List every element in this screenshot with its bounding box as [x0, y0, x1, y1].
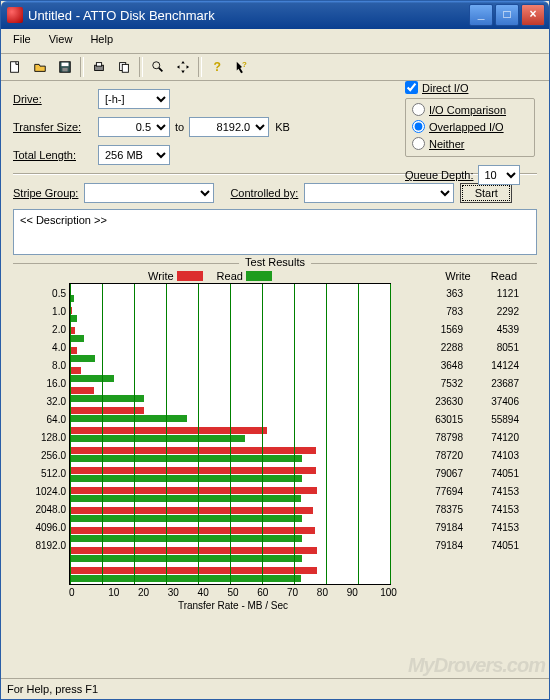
copy-icon[interactable] — [112, 55, 136, 79]
menu-file[interactable]: File — [5, 31, 39, 51]
context-help-icon[interactable]: ? — [230, 55, 254, 79]
app-window: Untitled - ATTO Disk Benchmark _ □ × Fil… — [0, 0, 550, 700]
svg-rect-2 — [62, 63, 69, 67]
print-icon[interactable] — [87, 55, 111, 79]
table-row: 22888051 — [397, 338, 527, 356]
queue-depth-select[interactable]: 10 — [478, 165, 520, 185]
title-bar[interactable]: Untitled - ATTO Disk Benchmark _ □ × — [1, 1, 549, 29]
svg-text:?: ? — [242, 60, 247, 69]
stripe-group-label: Stripe Group: — [13, 187, 78, 199]
x-axis-ticks: 0102030405060708090100 — [69, 585, 397, 598]
menu-view[interactable]: View — [41, 31, 81, 51]
table-row: 7837574153 — [397, 500, 527, 518]
table-row: 753223687 — [397, 374, 527, 392]
svg-rect-3 — [62, 68, 67, 72]
svg-point-8 — [153, 62, 160, 69]
results-chart — [69, 283, 391, 585]
menu-bar: File View Help — [1, 29, 549, 54]
ts-unit: KB — [275, 121, 290, 133]
menu-help[interactable]: Help — [82, 31, 121, 51]
toolbar: ? ? — [1, 54, 549, 81]
move-icon[interactable] — [171, 55, 195, 79]
neither-radio[interactable]: Neither — [412, 137, 528, 150]
new-file-icon[interactable] — [3, 55, 27, 79]
transfer-size-label: Transfer Size: — [13, 121, 98, 133]
table-row: 7872074103 — [397, 446, 527, 464]
queue-depth-label: Queue Depth: — [405, 169, 474, 181]
controlled-by-label: Controlled by: — [230, 187, 298, 199]
table-row: 7769474153 — [397, 482, 527, 500]
settings-panel: Drive: [-h-] Transfer Size: 0.5 to 8192.… — [1, 81, 549, 611]
transfer-size-to[interactable]: 8192.0 — [189, 117, 269, 137]
svg-text:?: ? — [214, 60, 221, 74]
window-title: Untitled - ATTO Disk Benchmark — [28, 8, 215, 23]
table-row: 15694539 — [397, 320, 527, 338]
total-length-select[interactable]: 256 MB — [98, 145, 170, 165]
table-row: 7918474153 — [397, 518, 527, 536]
io-comparison-radio[interactable]: I/O Comparison — [412, 103, 528, 116]
status-bar: For Help, press F1 — [1, 678, 549, 699]
help-icon[interactable]: ? — [205, 55, 229, 79]
app-icon — [7, 7, 23, 23]
io-options-group: Direct I/O I/O Comparison Overlapped I/O… — [405, 81, 535, 185]
table-row: 7918474051 — [397, 536, 527, 554]
y-axis-labels: 0.51.02.04.08.016.032.064.0128.0256.0512… — [23, 283, 69, 611]
maximize-button[interactable]: □ — [495, 4, 519, 26]
total-length-label: Total Length: — [13, 149, 98, 161]
results-table: Write Read 36311217832292156945392288805… — [397, 268, 527, 611]
results-panel: Test Results Write Read 0.51.02.04.08.01… — [13, 263, 537, 611]
drive-label: Drive: — [13, 93, 98, 105]
save-icon[interactable] — [53, 55, 77, 79]
start-button[interactable]: Start — [460, 183, 512, 203]
col-write: Write — [445, 270, 470, 282]
svg-rect-5 — [96, 63, 101, 67]
table-row: 2363037406 — [397, 392, 527, 410]
open-file-icon[interactable] — [28, 55, 52, 79]
transfer-size-from[interactable]: 0.5 — [98, 117, 170, 137]
table-row: 3631121 — [397, 284, 527, 302]
watermark: MyDrovers.com — [408, 654, 545, 677]
direct-io-checkbox[interactable]: Direct I/O — [405, 81, 535, 94]
table-row: 7879874120 — [397, 428, 527, 446]
svg-line-9 — [159, 68, 163, 72]
to-label: to — [175, 121, 184, 133]
chart-legend: Write Read — [23, 270, 397, 282]
svg-rect-7 — [122, 64, 128, 72]
minimize-button[interactable]: _ — [469, 4, 493, 26]
status-text: For Help, press F1 — [7, 683, 98, 695]
results-title: Test Results — [239, 256, 311, 268]
overlapped-io-radio[interactable]: Overlapped I/O — [412, 120, 528, 133]
table-row: 6301555894 — [397, 410, 527, 428]
description-input[interactable]: << Description >> — [13, 209, 537, 255]
stripe-group-select[interactable] — [84, 183, 214, 203]
table-row: 7832292 — [397, 302, 527, 320]
col-read: Read — [491, 270, 517, 282]
drive-select[interactable]: [-h-] — [98, 89, 170, 109]
zoom-icon[interactable] — [146, 55, 170, 79]
x-axis-label: Transfer Rate - MB / Sec — [69, 600, 397, 611]
controlled-by-select[interactable] — [304, 183, 454, 203]
table-row: 364814124 — [397, 356, 527, 374]
table-row: 7906774051 — [397, 464, 527, 482]
close-button[interactable]: × — [521, 4, 545, 26]
